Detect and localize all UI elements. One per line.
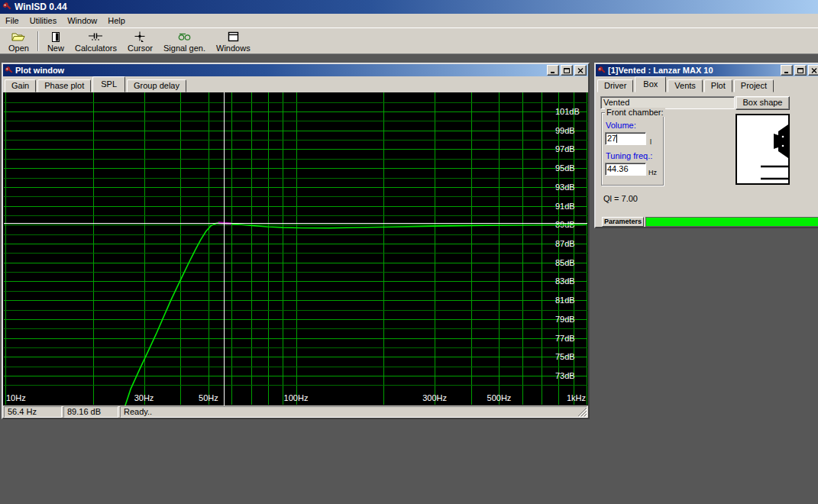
plot-window-titlebar[interactable]: Plot window — [3, 64, 588, 76]
maximize-button[interactable] — [794, 65, 807, 76]
toolbar-label: Calculators — [75, 44, 117, 53]
minimize-icon — [784, 68, 790, 73]
front-chamber-label: Front chamber: — [605, 108, 665, 117]
box-window-titlebar[interactable]: [1]Vented : Lanzar MAX 10 — [596, 64, 818, 76]
open-button[interactable]: Open — [3, 29, 34, 53]
cursor-button[interactable]: Cursor — [122, 29, 158, 53]
window-icon — [225, 31, 241, 44]
toolbar-label: New — [47, 44, 64, 53]
tab-spl[interactable]: SPL — [92, 76, 125, 92]
minimize-button[interactable] — [781, 65, 793, 76]
signal-generator-icon — [176, 31, 193, 44]
menu-file[interactable]: File — [0, 15, 24, 27]
menu-window[interactable]: Window — [62, 15, 102, 27]
svg-text:101dB: 101dB — [555, 107, 580, 116]
tab-plot[interactable]: Plot — [704, 79, 732, 92]
signal-gen-button[interactable]: Signal gen. — [158, 29, 211, 53]
box-design-window: [1]Vented : Lanzar MAX 10 Driver Box Ven… — [594, 63, 818, 228]
app-icon — [2, 2, 11, 11]
minimize-button[interactable] — [547, 65, 559, 76]
windows-button[interactable]: Windows — [211, 29, 256, 53]
svg-text:500Hz: 500Hz — [487, 393, 512, 402]
menu-help[interactable]: Help — [102, 15, 131, 27]
plot-window: Plot window Gain Phase plot SPL Group de… — [2, 63, 590, 419]
plot-statusbar: 56.4 Hz 89.16 dB Ready.. — [3, 405, 588, 418]
tab-box[interactable]: Box — [635, 76, 666, 92]
tab-gain[interactable]: Gain — [5, 79, 36, 92]
crosshair-icon — [132, 31, 147, 44]
plot-tabstrip: Gain Phase plot SPL Group delay — [3, 76, 588, 92]
main-title: WinISD 0.44 — [15, 2, 67, 12]
tab-phase-plot[interactable]: Phase plot — [37, 79, 91, 92]
cursor-frequency-readout: 56.4 Hz — [4, 406, 62, 418]
svg-text:10Hz: 10Hz — [6, 393, 26, 402]
maximize-button[interactable] — [561, 65, 573, 76]
ql-value: Ql = 7.00 — [603, 194, 638, 203]
svg-text:77dB: 77dB — [555, 334, 575, 343]
tab-vents[interactable]: Vents — [668, 79, 703, 92]
menu-bar: File Utilities Window Help — [0, 14, 818, 27]
svg-text:300Hz: 300Hz — [422, 393, 447, 402]
svg-text:100Hz: 100Hz — [284, 393, 309, 402]
new-button[interactable]: New — [42, 29, 70, 53]
spl-plot-svg[interactable]: 101dB99dB97dB95dB93dB91dB89dB87dB85dB83d… — [3, 92, 588, 405]
app-icon — [5, 66, 13, 75]
minimize-icon — [550, 68, 556, 73]
toolbar-label: Open — [8, 44, 29, 53]
tuning-freq-unit: Hz — [648, 169, 657, 176]
svg-text:87dB: 87dB — [555, 239, 575, 248]
tab-driver[interactable]: Driver — [597, 79, 633, 92]
close-icon — [811, 68, 817, 73]
maximize-icon — [564, 68, 570, 73]
svg-text:79dB: 79dB — [555, 315, 575, 324]
toolbar-label: Cursor — [128, 44, 153, 53]
open-folder-icon — [11, 31, 26, 44]
tab-group-delay[interactable]: Group delay — [127, 79, 186, 92]
svg-text:95dB: 95dB — [555, 163, 575, 173]
svg-text:50Hz: 50Hz — [199, 393, 218, 402]
tuning-freq-label: Tuning freq.: — [606, 151, 652, 160]
cursor-level-readout: 89.16 dB — [63, 406, 118, 418]
box-cross-section-image — [736, 114, 790, 185]
svg-text:93dB: 93dB — [555, 183, 575, 192]
volume-input[interactable]: 27 — [605, 132, 646, 145]
front-chamber-group: Front chamber: Volume: 27 l Tuning freq.… — [601, 112, 664, 186]
box-statusrow: Parameters — [596, 217, 818, 228]
svg-text:99dB: 99dB — [555, 126, 575, 135]
svg-text:97dB: 97dB — [555, 144, 575, 153]
svg-text:85dB: 85dB — [555, 258, 575, 267]
plot-window-title: Plot window — [15, 66, 64, 75]
parameters-progress-bar — [645, 217, 818, 227]
box-tabstrip: Driver Box Vents Plot Project — [596, 76, 818, 92]
volume-unit: l — [650, 138, 651, 146]
svg-text:83dB: 83dB — [555, 276, 575, 286]
close-button[interactable] — [808, 65, 818, 76]
menu-utilities[interactable]: Utilities — [24, 15, 62, 27]
new-document-icon — [48, 31, 63, 44]
box-tab-content: Vented Box shape Front chamber: Volume: … — [596, 92, 818, 216]
svg-text:1kHz: 1kHz — [567, 393, 586, 402]
calculator-circuit-icon — [88, 31, 103, 44]
status-message: Ready.. — [120, 406, 587, 418]
main-titlebar[interactable]: WinISD 0.44 — [0, 0, 818, 14]
text-caret — [616, 134, 617, 143]
svg-text:73dB: 73dB — [555, 371, 575, 380]
box-window-title: [1]Vented : Lanzar MAX 10 — [608, 66, 713, 75]
tab-project[interactable]: Project — [734, 79, 774, 92]
volume-label: Volume: — [606, 121, 636, 130]
svg-text:75dB: 75dB — [555, 352, 575, 361]
close-button[interactable] — [574, 65, 587, 76]
svg-text:91dB: 91dB — [555, 202, 575, 211]
spl-plot-area[interactable]: 101dB99dB97dB95dB93dB91dB89dB87dB85dB83d… — [3, 92, 588, 405]
calculators-button[interactable]: Calculators — [70, 29, 122, 53]
close-icon — [577, 68, 584, 73]
toolbar-label: Signal gen. — [163, 44, 205, 53]
parameters-status-tab: Parameters — [602, 217, 644, 227]
tuning-freq-input[interactable]: 44.36 — [605, 163, 646, 176]
svg-text:81dB: 81dB — [555, 296, 575, 305]
app-icon — [597, 66, 606, 75]
toolbar-separator — [37, 31, 39, 51]
box-shape-button[interactable]: Box shape — [736, 96, 790, 110]
resize-grip[interactable] — [577, 407, 587, 417]
maximize-icon — [797, 68, 803, 73]
